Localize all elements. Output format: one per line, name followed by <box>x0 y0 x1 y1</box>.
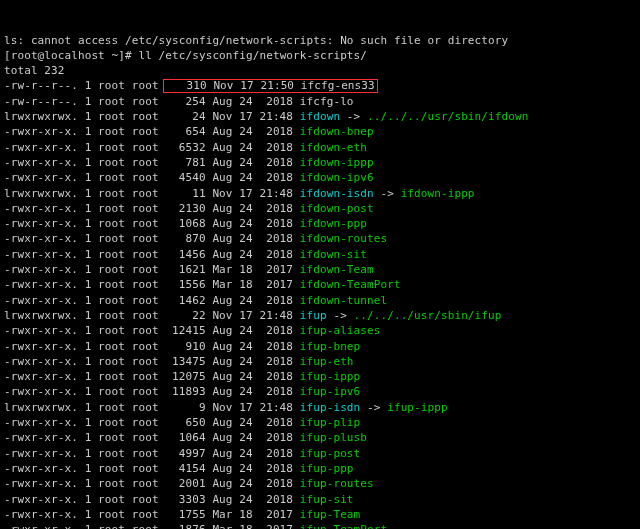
file-name: ifdown-routes <box>300 232 387 245</box>
file-row: lrwxrwxrwx. 1 root root 22 Nov 17 21:48 <box>4 309 300 322</box>
file-row: lrwxrwxrwx. 1 root root 11 Nov 17 21:48 <box>4 187 300 200</box>
terminal-output: { "err_line":"ls: cannot access /etc/sys… <box>0 0 640 529</box>
file-name: ifdown-post <box>300 202 374 215</box>
file-row: -rwxr-xr-x. 1 root root 1621 Mar 18 2017 <box>4 263 300 276</box>
file-row: -rwxr-xr-x. 1 root root 11893 Aug 24 201… <box>4 385 300 398</box>
link-target: ifdown-ippp <box>401 187 475 200</box>
file-name: ifdown-ppp <box>300 217 367 230</box>
highlighted-file: 310 Nov 17 21:50 ifcfg-ens33 <box>163 79 377 93</box>
file-name: ifdown-eth <box>300 141 367 154</box>
file-name: ifup-TeamPort <box>300 523 387 529</box>
file-row: -rw-r--r--. 1 root root 254 Aug 24 2018 <box>4 95 300 108</box>
file-name: ifdown-bnep <box>300 125 374 138</box>
file-row: -rwxr-xr-x. 1 root root 1456 Aug 24 2018 <box>4 248 300 261</box>
file-row: lrwxrwxrwx. 1 root root 9 Nov 17 21:48 <box>4 401 300 414</box>
command: ll /etc/sysconfig/network-scripts/ <box>138 49 367 62</box>
file-row: -rwxr-xr-x. 1 root root 1556 Mar 18 2017 <box>4 278 300 291</box>
file-name: ifdown-ipv6 <box>300 171 374 184</box>
file-name: ifup <box>300 309 327 322</box>
file-name: ifup-ppp <box>300 462 354 475</box>
link-target: ../../../usr/sbin/ifup <box>354 309 502 322</box>
file-name: ifup-aliases <box>300 324 381 337</box>
file-row: -rwxr-xr-x. 1 root root 13475 Aug 24 201… <box>4 355 300 368</box>
file-name: ifup-bnep <box>300 340 361 353</box>
file-row: -rwxr-xr-x. 1 root root 910 Aug 24 2018 <box>4 340 300 353</box>
file-name: ifdown-tunnel <box>300 294 387 307</box>
file-name: ifdown <box>300 110 340 123</box>
file-name: ifup-post <box>300 447 361 460</box>
file-name: ifdown-isdn <box>300 187 374 200</box>
file-row: -rwxr-xr-x. 1 root root 3303 Aug 24 2018 <box>4 493 300 506</box>
file-name: ifup-ipv6 <box>300 385 361 398</box>
file-row: -rwxr-xr-x. 1 root root 1068 Aug 24 2018 <box>4 217 300 230</box>
file-name: ifcfg-ens33 <box>301 79 375 92</box>
file-row: -rwxr-xr-x. 1 root root 4997 Aug 24 2018 <box>4 447 300 460</box>
file-name: ifdown-TeamPort <box>300 278 401 291</box>
link-target: ../../../usr/sbin/ifdown <box>367 110 528 123</box>
file-name: ifup-sit <box>300 493 354 506</box>
file-row: -rwxr-xr-x. 1 root root 1755 Mar 18 2017 <box>4 508 300 521</box>
file-name: ifdown-Team <box>300 263 374 276</box>
file-name: ifup-routes <box>300 477 374 490</box>
file-row: lrwxrwxrwx. 1 root root 24 Nov 17 21:48 <box>4 110 300 123</box>
file-row: -rwxr-xr-x. 1 root root 1064 Aug 24 2018 <box>4 431 300 444</box>
file-row: -rwxr-xr-x. 1 root root 12075 Aug 24 201… <box>4 370 300 383</box>
file-row: -rwxr-xr-x. 1 root root 870 Aug 24 2018 <box>4 232 300 245</box>
file-row: -rwxr-xr-x. 1 root root 650 Aug 24 2018 <box>4 416 300 429</box>
file-name: ifup-isdn <box>300 401 361 414</box>
file-name: ifdown-sit <box>300 248 367 261</box>
file-row: -rwxr-xr-x. 1 root root 654 Aug 24 2018 <box>4 125 300 138</box>
file-name: ifup-plip <box>300 416 361 429</box>
total-line: total 232 <box>4 64 65 77</box>
error-line: ls: cannot access /etc/sysconfig/network… <box>4 34 508 47</box>
file-row: -rw-r--r--. 1 root root <box>4 79 165 92</box>
file-row: -rwxr-xr-x. 1 root root 781 Aug 24 2018 <box>4 156 300 169</box>
file-name: ifdown-ippp <box>300 156 374 169</box>
file-row: -rwxr-xr-x. 1 root root 6532 Aug 24 2018 <box>4 141 300 154</box>
file-row: -rwxr-xr-x. 1 root root 12415 Aug 24 201… <box>4 324 300 337</box>
file-name: ifup-Team <box>300 508 361 521</box>
file-row: -rwxr-xr-x. 1 root root 2130 Aug 24 2018 <box>4 202 300 215</box>
file-name: ifup-eth <box>300 355 354 368</box>
file-row: -rwxr-xr-x. 1 root root 1876 Mar 18 2017 <box>4 523 300 529</box>
file-row: -rwxr-xr-x. 1 root root 2001 Aug 24 2018 <box>4 477 300 490</box>
link-target: ifup-ippp <box>387 401 448 414</box>
prompt: [root@localhost ~]# <box>4 49 138 62</box>
file-name: ifup-plusb <box>300 431 367 444</box>
file-name: ifcfg-lo <box>300 95 354 108</box>
file-row: -rwxr-xr-x. 1 root root 1462 Aug 24 2018 <box>4 294 300 307</box>
file-name: ifup-ippp <box>300 370 361 383</box>
file-row: -rwxr-xr-x. 1 root root 4540 Aug 24 2018 <box>4 171 300 184</box>
file-row: -rwxr-xr-x. 1 root root 4154 Aug 24 2018 <box>4 462 300 475</box>
